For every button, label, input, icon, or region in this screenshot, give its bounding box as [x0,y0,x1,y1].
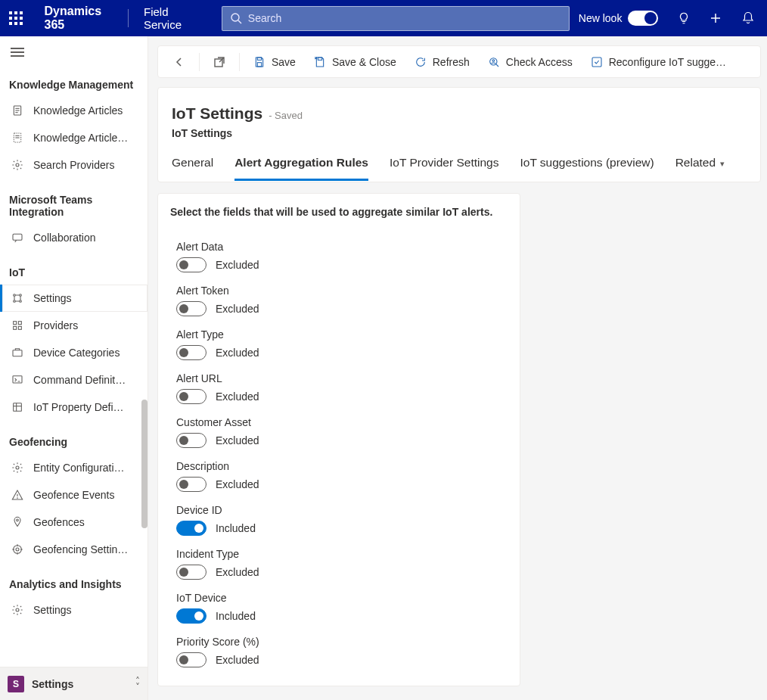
field-toggle[interactable] [176,433,206,448]
svg-point-36 [16,608,19,611]
notifications-button[interactable] [731,0,764,36]
sidebar-item[interactable]: Device Categories [0,339,148,366]
nodes-icon [11,291,24,305]
field-toggle[interactable] [176,608,206,624]
command-bar: SaveSave & CloseRefreshCheck AccessRecon… [157,45,761,78]
sidebar-item[interactable]: Collaboration [0,224,148,251]
cmd-sep [199,53,200,71]
cmd-icon [11,373,24,387]
svg-point-13 [14,294,16,297]
back-button[interactable] [164,45,194,78]
app-name[interactable]: Field Service [129,0,214,36]
field-state: Excluded [216,259,259,271]
sidebar-item[interactable]: Knowledge Article… [0,124,148,151]
svg-rect-17 [14,322,17,325]
area-label: Settings [32,678,128,690]
field-toggle[interactable] [176,301,206,316]
tab[interactable]: Related▾ [675,156,725,181]
aggregation-field: Description Excluded [176,460,508,492]
sidebar-item[interactable]: IoT Property Defi… [0,394,148,421]
sidebar-section-title: Analytics and Insights [0,563,148,596]
svg-point-16 [20,300,22,303]
svg-point-11 [16,163,19,166]
svg-point-15 [14,300,16,303]
field-label: Alert Type [176,328,508,341]
cmd-access[interactable]: Check Access [479,45,582,78]
refresh-icon [415,56,427,68]
brand-label[interactable]: Dynamics 365 [33,0,129,36]
devcat-icon [11,346,24,359]
area-switcher[interactable]: S Settings ˄˅ [0,667,148,700]
svg-rect-23 [14,403,22,412]
tab[interactable]: General [172,156,213,181]
tab[interactable]: Alert Aggregation Rules [234,156,368,181]
sidebar-item[interactable]: Command Definit… [0,366,148,394]
gear-icon [11,158,24,172]
sidebar-item-label: Command Definit… [33,374,126,386]
field-toggle[interactable] [176,565,206,580]
cmd-saveclose[interactable]: Save & Close [305,45,405,78]
aggregation-field: Alert Data Excluded [176,241,508,272]
save-icon [253,56,266,68]
sidebar-item[interactable]: Geofencing Settin… [0,536,148,563]
cmd-save[interactable]: Save [244,45,305,78]
svg-rect-12 [13,234,22,240]
popout-button[interactable] [204,45,234,78]
field-label: Incident Type [176,548,508,560]
new-look-switch-icon [628,11,658,26]
field-toggle[interactable] [176,521,206,536]
area-badge: S [8,676,24,692]
add-button[interactable] [700,0,732,36]
new-look-toggle[interactable]: New look [570,0,668,36]
search-box[interactable] [222,6,570,31]
header-bar: Dynamics 365 Field Service New look [0,0,767,36]
field-label: Priority Score (%) [176,636,508,648]
sidebar-item[interactable]: Knowledge Articles [0,97,148,124]
sidebar-item[interactable]: Providers [0,312,148,339]
sidebar-item-label: Settings [33,292,72,304]
sidebar-item[interactable]: Search Providers [0,151,148,179]
sidebar-item[interactable]: Settings [0,596,148,624]
field-toggle[interactable] [176,257,206,272]
cmd-label: Save [272,56,296,68]
main-region: SaveSave & CloseRefreshCheck AccessRecon… [148,36,767,700]
sidebar-collapse-button[interactable] [0,36,148,64]
svg-rect-39 [257,62,261,66]
search-icon [230,12,242,24]
aggregation-field: IoT Device Included [176,592,508,624]
tab[interactable]: IoT suggestions (preview) [520,156,654,181]
cmd-reconf[interactable]: Reconfigure IoT sugge… [582,45,735,78]
warn-icon [11,488,24,502]
field-label: Customer Asset [176,416,508,428]
sidebar-item[interactable]: Entity Configurati… [0,454,148,481]
tab-list: GeneralAlert Aggregation RulesIoT Provid… [172,156,747,182]
svg-rect-19 [14,326,17,329]
sidebar-item-label: Providers [33,319,78,331]
lightbulb-button[interactable] [667,0,700,36]
svg-rect-22 [13,376,22,383]
sidebar-section-title: Knowledge Management [0,64,148,97]
sidebar-scrollbar[interactable] [141,400,148,528]
popout-icon [213,56,225,68]
gear-icon [11,461,24,474]
tab[interactable]: IoT Provider Settings [390,156,498,181]
sidebar-item-label: Settings [33,604,72,616]
app-launcher[interactable] [0,0,33,36]
field-toggle[interactable] [176,477,206,492]
cmd-sep [239,53,240,71]
cmd-refresh[interactable]: Refresh [405,45,479,78]
sidebar-item-label: Collaboration [33,232,96,244]
sidebar-item-label: Knowledge Articles [33,104,123,117]
field-label: Device ID [176,504,508,516]
field-toggle[interactable] [176,389,206,404]
sidebar-item[interactable]: Geofences [0,509,148,536]
chevron-down-icon: ▾ [720,159,725,168]
field-toggle[interactable] [176,652,206,667]
search-input[interactable] [248,12,561,24]
sidebar-item[interactable]: Settings [0,285,148,312]
chat-icon [11,231,24,244]
field-toggle[interactable] [176,345,206,360]
sidebar-item[interactable]: Geofence Events [0,481,148,509]
hamburger-icon [11,48,24,49]
cmd-label: Save & Close [332,56,396,68]
